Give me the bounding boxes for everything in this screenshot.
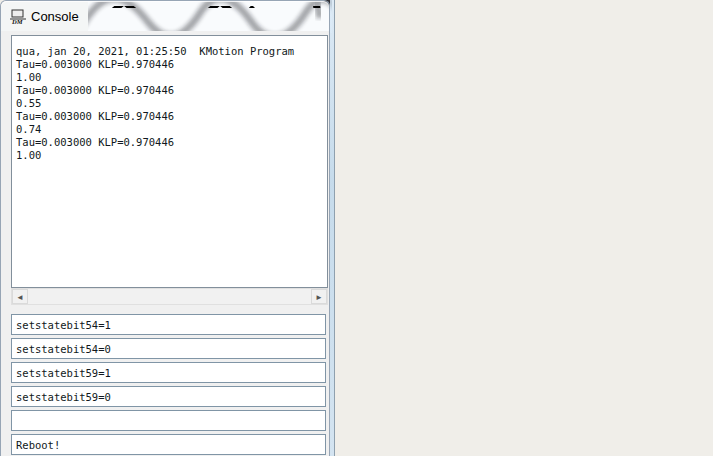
console-window-title: Console — [31, 9, 79, 24]
command-input[interactable]: setstatebit54=1 — [11, 314, 326, 335]
command-input[interactable]: setstatebit54=0 — [11, 338, 326, 359]
console-window: DM Console qua, jan 20, 2021, 01:25:50 K… — [0, 0, 330, 456]
dm-logo-icon: DM — [9, 8, 27, 24]
svg-text:DM: DM — [11, 18, 23, 25]
console-log[interactable]: qua, jan 20, 2021, 01:25:50 KMotion Prog… — [11, 35, 328, 288]
jog-control-panel — [334, 0, 713, 456]
command-input[interactable]: setstatebit59=1 — [11, 362, 326, 383]
scroll-left-arrow-icon[interactable]: ◄ — [12, 289, 28, 304]
scroll-right-arrow-icon[interactable]: ► — [311, 289, 327, 304]
command-input[interactable]: Reboot! — [11, 434, 326, 455]
console-titlebar[interactable]: DM Console — [1, 1, 329, 31]
window-glass-edge — [330, 0, 334, 456]
command-input[interactable] — [11, 410, 326, 431]
command-input[interactable]: setstatebit59=0 — [11, 386, 326, 407]
console-horizontal-scrollbar[interactable]: ◄ ► — [11, 288, 328, 305]
